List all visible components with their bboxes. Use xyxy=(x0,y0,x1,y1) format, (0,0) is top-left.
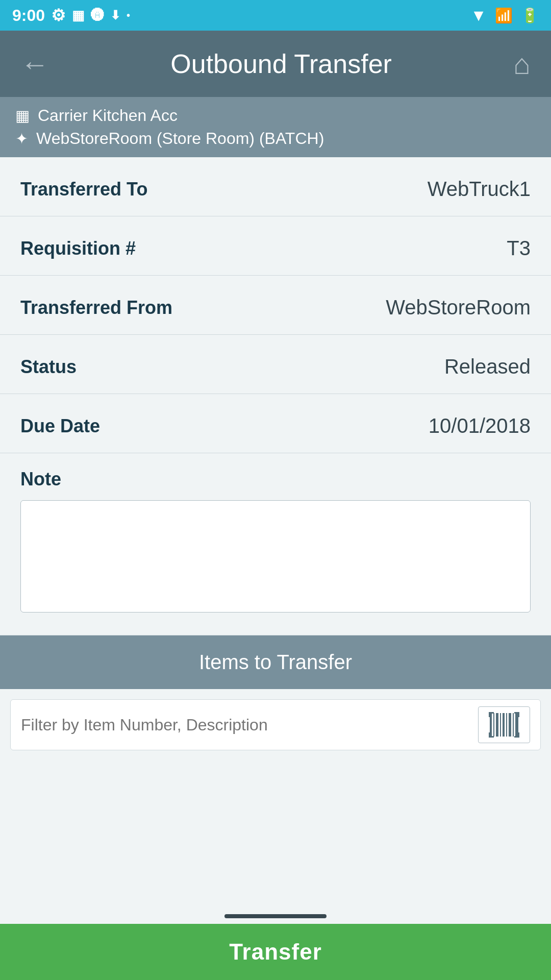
back-button[interactable]: ← xyxy=(20,47,49,81)
note-input[interactable] xyxy=(20,500,531,612)
transferred-from-row: Transferred From WebStoreRoom xyxy=(0,276,551,335)
svg-rect-10 xyxy=(489,712,490,717)
gear-icon: ⚙ xyxy=(51,6,66,25)
transfer-button[interactable]: Transfer xyxy=(0,924,551,980)
font-icon: 🅐 xyxy=(91,8,104,23)
svg-rect-12 xyxy=(518,712,519,717)
items-to-transfer-header: Items to Transfer xyxy=(0,635,551,689)
svg-rect-2 xyxy=(496,713,498,737)
svg-rect-6 xyxy=(509,713,511,737)
status-bar-right: ▼ 📶 🔋 xyxy=(470,6,539,25)
subtitle-bar: ▦ Carrier Kitchen Acc ✦ WebStoreRoom (St… xyxy=(0,97,551,157)
bottom-indicator xyxy=(0,909,551,924)
items-header-text: Items to Transfer xyxy=(199,651,352,673)
content-area: Transferred To WebTruck1 Requisition # T… xyxy=(0,157,551,750)
download-icon: ⬇ xyxy=(110,8,120,22)
barcode-scan-button[interactable] xyxy=(478,706,530,743)
due-date-row: Due Date 10/01/2018 xyxy=(0,394,551,453)
due-date-value: 10/01/2018 xyxy=(429,414,531,437)
dot-icon: • xyxy=(127,10,130,21)
filter-input[interactable] xyxy=(21,716,478,734)
wifi-icon: ▼ xyxy=(470,6,487,25)
grid-icon: ▦ xyxy=(15,107,30,125)
svg-rect-4 xyxy=(503,713,505,737)
app-bar: ← Outbound Transfer ⌂ xyxy=(0,31,551,97)
svg-rect-7 xyxy=(513,713,514,737)
svg-rect-14 xyxy=(489,732,490,738)
svg-rect-16 xyxy=(518,732,519,738)
transferred-to-value: WebTruck1 xyxy=(428,178,531,201)
status-bar: 9:00 ⚙ ▦ 🅐 ⬇ • ▼ 📶 🔋 xyxy=(0,0,551,31)
transferred-to-row: Transferred To WebTruck1 xyxy=(0,157,551,216)
navigation-bar-indicator xyxy=(224,914,327,918)
due-date-label: Due Date xyxy=(20,415,100,437)
barcode-icon xyxy=(489,712,519,738)
requisition-row: Requisition # T3 xyxy=(0,216,551,276)
svg-rect-5 xyxy=(506,713,507,737)
status-bar-left: 9:00 ⚙ ▦ 🅐 ⬇ • xyxy=(12,6,130,25)
time-display: 9:00 xyxy=(12,6,45,25)
signal-icon: 📶 xyxy=(495,7,513,24)
carrier-name: Carrier Kitchen Acc xyxy=(38,106,178,125)
svg-rect-1 xyxy=(493,713,494,737)
status-value: Released xyxy=(444,355,531,378)
note-section: Note xyxy=(0,453,551,635)
note-label: Note xyxy=(20,469,531,490)
storeroom-info: WebStoreRoom (Store Room) (BATCH) xyxy=(36,129,324,148)
subtitle-line-2: ✦ WebStoreRoom (Store Room) (BATCH) xyxy=(15,129,536,148)
requisition-label: Requisition # xyxy=(20,238,136,259)
svg-rect-3 xyxy=(500,713,501,737)
requisition-value: T3 xyxy=(507,237,531,260)
page-title: Outbound Transfer xyxy=(49,48,513,79)
filter-bar xyxy=(10,699,541,750)
transferred-from-label: Transferred From xyxy=(20,297,172,318)
subtitle-line-1: ▦ Carrier Kitchen Acc xyxy=(15,106,536,125)
transferred-to-label: Transferred To xyxy=(20,179,147,200)
transferred-from-value: WebStoreRoom xyxy=(386,296,531,319)
home-button[interactable]: ⌂ xyxy=(513,47,531,81)
status-label: Status xyxy=(20,356,77,378)
compass-icon: ✦ xyxy=(15,130,28,148)
battery-icon: 🔋 xyxy=(521,7,539,24)
status-row: Status Released xyxy=(0,335,551,394)
calendar-icon: ▦ xyxy=(72,8,85,23)
